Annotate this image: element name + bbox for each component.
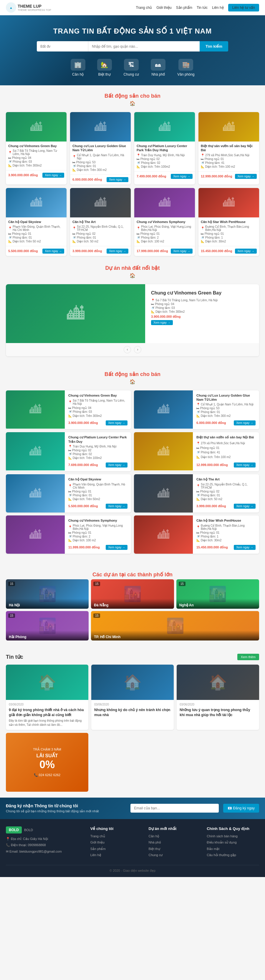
featured-more-button[interactable]: Xem ngay → [151, 320, 173, 325]
city-card-tp.-hồ-chí-minh[interactable]: 15 🌆 TP. Hồ Chí Minh [91, 611, 259, 641]
featured-card: 🏙 Chung cư Vinhomes Green Bay Số 7 Bãi T… [6, 284, 259, 356]
search-button[interactable]: Tìm kiếm [200, 41, 228, 51]
prop-more-button[interactable]: Xem ngay → [235, 174, 257, 179]
prop-list-more-button[interactable]: Xem ngay → [234, 504, 255, 509]
prop-list-baths: 🚿 Phòng tắm: 03 [68, 410, 128, 414]
footer-phone: 📞 Điện thoại: 0909868868 [6, 843, 85, 848]
featured-prev-button[interactable]: ‹ [124, 346, 131, 353]
consult-button[interactable]: Liên hệ tư vấn [228, 4, 259, 11]
footer-link-about[interactable]: Giới thiệu [90, 840, 143, 845]
city-card-nghệ-an[interactable]: 15 🌆 Nghệ An [176, 579, 259, 609]
prop-list-more-button[interactable]: Xem ngay → [106, 504, 128, 509]
nav-news[interactable]: Tin tức [197, 6, 208, 10]
nav-home[interactable]: Trang chủ [136, 6, 152, 10]
search-type-input[interactable] [37, 41, 88, 51]
prop-list-image: 🏙 [134, 432, 193, 471]
prop-area: 📐 Diện tích: 50 m2 [72, 240, 128, 243]
prop-baths: 🚿 Phòng tắm: 2 [137, 236, 193, 239]
footer-link-biethu[interactable]: Biệt thự [148, 846, 201, 851]
prop-price: 6.000.000.000 đồng [72, 178, 102, 181]
footer-link-policy2[interactable]: Điều khoản sử dụng [207, 840, 259, 845]
nav-about[interactable]: Giới thiệu [156, 6, 171, 10]
footer-latest-title: Dự án mới nhất [148, 826, 201, 831]
prop-list-location: Đường Cổ Bình, Thạch Bàn,Long Biên,Hà Nộ… [196, 524, 255, 530]
prop-list-area: 📐 Diện tích: 100 m2 [68, 539, 128, 542]
city-card-hà-nội[interactable]: 15 🌆 Hà Nội [6, 579, 89, 609]
news-date: 03/06/2020 [94, 703, 171, 706]
footer-email: ✉ Email: bietduongpro981@gmail.com [6, 849, 85, 854]
city-card-hải-phòng[interactable]: 15 🌆 Hải Phòng [6, 611, 89, 641]
prop-card-0: 🏙 Chung cư Vinhomes Green Bay Số 7 Bãi T… [6, 112, 67, 185]
prop-list-more-button[interactable]: Xem ngay → [106, 545, 128, 550]
cat-biethu[interactable]: 🏡 Biệt thự [97, 59, 112, 76]
news-card-1: 🏠 03/06/2020 Nhưng không ký do chủ ý nên… [91, 665, 174, 730]
cat-chungcu[interactable]: 🏗 Chung cư [124, 59, 139, 76]
footer-link-home[interactable]: Trang chủ [90, 834, 143, 839]
footer-link-products[interactable]: Sản phẩm [90, 846, 143, 851]
prop-list-more-button[interactable]: Xem ngay → [106, 420, 128, 425]
prop-rooms: 🛏 Phòng ngủ: 01 [201, 158, 257, 161]
news-card-0: 🏠 03/06/2020 9 đại ký trong phòng thiết … [6, 665, 88, 730]
prop-more-button[interactable]: Xem ngay → [107, 248, 128, 254]
footer-link-policy4[interactable]: Câu hỏi thường gặp [207, 853, 259, 858]
prop-image: 🏙 [70, 112, 131, 142]
footer-link-contact[interactable]: Liên hệ [90, 853, 143, 858]
footer-link-canho[interactable]: Căn hộ [148, 834, 201, 839]
footer-link-policy3[interactable]: Bảo mật [207, 846, 259, 851]
featured-next-button[interactable]: › [134, 346, 141, 353]
prop-rooms: 🛏 Phòng ngủ: 53 [72, 161, 128, 164]
prop-list-baths: 🚿 Phòng tắm: 01 [196, 494, 255, 497]
prop-list-name: Căn hộ Opal Skyview [68, 477, 128, 481]
prop-list-more-button[interactable]: Xem ngay → [106, 463, 128, 468]
prop-more-button[interactable]: Xem ngay → [171, 248, 193, 254]
prop-list-price: 11.999.000.000 đồng [68, 546, 100, 549]
prop-more-button[interactable]: Xem ngay → [171, 174, 193, 179]
featured-price: 3.900.000.000 đồng [151, 315, 253, 319]
cat-biethu-label: Biệt thự [98, 72, 110, 76]
nav-contact[interactable]: Liên hệ [212, 6, 224, 10]
prop-area: 📐 Diện tích: Trên 300m2 [8, 164, 64, 167]
prop-location: Phúc Lợi, Phúc Đồng, Việt Hưng,Long Biên… [137, 225, 193, 232]
city-card-đà-nẵng[interactable]: 15 🌆 Đà Nẵng [91, 579, 174, 609]
cat-nhapho[interactable]: 🏘 Nhà phố [151, 59, 166, 76]
pin-icon [151, 299, 155, 302]
cat-vanphong[interactable]: 🏬 Văn phòng [177, 59, 194, 76]
prop-list-more-button[interactable]: Xem ngay → [234, 420, 255, 425]
city-name: Hải Phòng [6, 630, 89, 641]
newsletter-subscribe-button[interactable]: 📧 Đăng ký ngay [223, 804, 259, 813]
chungcu-icon: 🏗 [124, 59, 139, 71]
footer-link-policy1[interactable]: Chính sách bán hàng [207, 834, 259, 839]
featured-divider-icon: 🏠 [129, 273, 136, 278]
prop-list-rooms: 🛏 Phòng ngủ: 01 [196, 446, 255, 450]
prop-more-button[interactable]: Xem ngay → [42, 173, 64, 178]
prop-list-area: 📐 Diện tích: 30m2 [196, 539, 255, 542]
featured-navigation: ‹ › [6, 343, 259, 356]
city-name: Hà Nội [6, 599, 89, 609]
prop-list-row-2: 🏙 Căn hộ Opal Skyview Phạm Văn Đồng, Quậ… [6, 474, 259, 512]
prop-more-button[interactable]: Xem ngay → [107, 177, 128, 182]
nav-products[interactable]: Sản phẩm [176, 6, 192, 10]
newsletter-email-input[interactable] [131, 804, 219, 813]
cat-canho[interactable]: 🏢 Căn hộ [71, 59, 85, 76]
prop-list-area: 📐 Diện tích: Trên 50m2 [68, 498, 128, 501]
city-name: Đà Nẵng [91, 599, 174, 609]
prop-location: Cổ Nhụê 1, Quận Nam Từ Liêm, Hà Nội [72, 154, 128, 160]
prop-list-more-button[interactable]: Xem ngay → [234, 463, 255, 468]
footer-link-chungcu[interactable]: Chung cư [148, 853, 201, 858]
prop-baths: 🚿 Phòng tắm: 02 [137, 161, 193, 164]
for-sale-list-section: Bất động sản cho bán 🏠 🏙 Chung cư Vinhom… [0, 364, 265, 564]
prop-list-more-button[interactable]: Xem ngay → [234, 545, 255, 550]
prop-area: 📐 Diện tích: Trên 100m2 [137, 165, 193, 168]
prop-location: Số 22-25, Nguyễn Bình Chiểu, Q.1, TP.HCM [72, 225, 128, 232]
prop-more-button[interactable]: Xem ngay → [42, 248, 64, 254]
footer-logo-sub: BOLD [24, 828, 33, 832]
news-image: 🏠 [6, 665, 88, 700]
logo-icon: ▲ [6, 2, 16, 13]
search-location-input[interactable] [88, 41, 200, 51]
footer-link-nhapho[interactable]: Nhà phố [148, 840, 201, 845]
prop-location: Trần Duy Hưng, Mỹ Đình, Hà Nội [137, 154, 193, 157]
prop-location: Phạm Văn Đồng, Quận Bình Thạnh, Hồ Chí M… [8, 225, 64, 232]
prop-rooms: 🛏 Phòng ngủ: 01 [8, 232, 64, 235]
all-news-button[interactable]: Xem thêm [237, 654, 259, 660]
prop-more-button[interactable]: Xem ngay → [235, 248, 257, 254]
